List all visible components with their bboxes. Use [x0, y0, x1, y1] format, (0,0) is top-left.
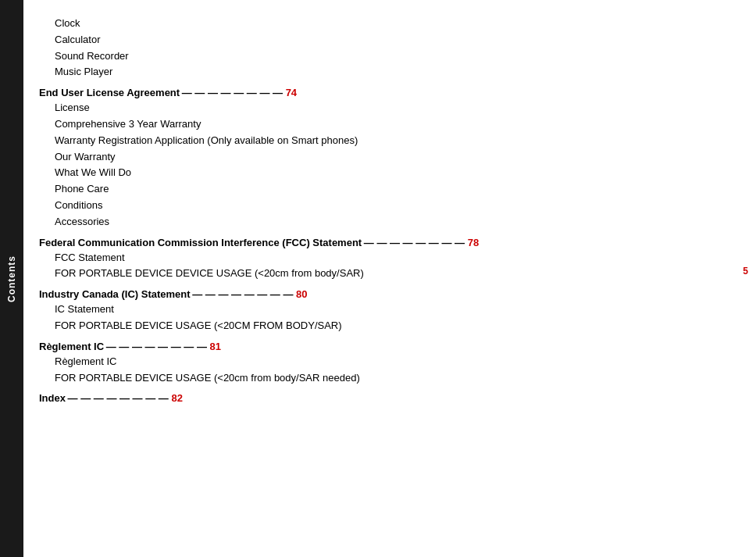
list-item: Conditions — [55, 198, 725, 214]
section-title: Règlement IC — — — — — — — — 81 — [39, 341, 725, 352]
intro-items-section: Clock Calculator Sound Recorder Music Pl… — [39, 16, 725, 80]
list-item: Accessories — [55, 214, 725, 230]
reglement-section: Règlement IC — — — — — — — — 81 Règlemen… — [39, 341, 725, 387]
reglement-items: Règlement IC FOR PORTABLE DEVICE USAGE (… — [39, 354, 725, 387]
section-title: Federal Communication Commission Interfe… — [39, 237, 725, 248]
list-item: Sound Recorder — [55, 48, 725, 65]
list-item: Comprehensive 3 Year Warranty — [55, 116, 725, 133]
section-title: Industry Canada (IC) Statement — — — — —… — [39, 288, 725, 300]
fcc-items: FCC Statement FOR PORTABLE DEVICE DEVICE… — [39, 250, 725, 283]
ic-section: Industry Canada (IC) Statement — — — — —… — [39, 288, 725, 334]
section-title: End User License Agreement — — — — — — —… — [39, 87, 725, 98]
list-item: Warranty Registration Application (Only … — [55, 133, 725, 149]
fcc-section: Federal Communication Commission Interfe… — [39, 237, 725, 283]
section-title: Index — — — — — — — — 82 — [39, 392, 725, 404]
list-item: Phone Care — [55, 181, 725, 198]
main-content: Clock Calculator Sound Recorder Music Pl… — [23, 0, 756, 557]
list-item: Règlement IC — [55, 354, 725, 370]
eula-section: End User License Agreement — — — — — — —… — [39, 87, 725, 230]
list-item: IC Statement — [55, 302, 725, 318]
list-item: Clock — [55, 16, 725, 32]
list-item: FOR PORTABLE DEVICE USAGE (<20cm from bo… — [55, 370, 725, 387]
list-item: FCC Statement — [55, 250, 725, 266]
list-item: Calculator — [55, 32, 725, 48]
eula-items: License Comprehensive 3 Year Warranty Wa… — [39, 100, 725, 230]
intro-items-list: Clock Calculator Sound Recorder Music Pl… — [39, 16, 725, 80]
list-item: Music Player — [55, 64, 725, 80]
list-item: FOR PORTABLE DEVICE USAGE (<20CM FROM BO… — [55, 318, 725, 334]
sidebar-label: Contents — [6, 255, 17, 302]
list-item: Our Warranty — [55, 149, 725, 166]
ic-items: IC Statement FOR PORTABLE DEVICE USAGE (… — [39, 302, 725, 334]
list-item: License — [55, 100, 725, 116]
page-number: 5 — [743, 266, 748, 277]
sidebar: Contents — [0, 0, 23, 557]
list-item: What We Will Do — [55, 165, 725, 181]
list-item: FOR PORTABLE DEVICE DEVICE USAGE (<20cm … — [55, 266, 725, 282]
index-section: Index — — — — — — — — 82 — [39, 392, 725, 404]
